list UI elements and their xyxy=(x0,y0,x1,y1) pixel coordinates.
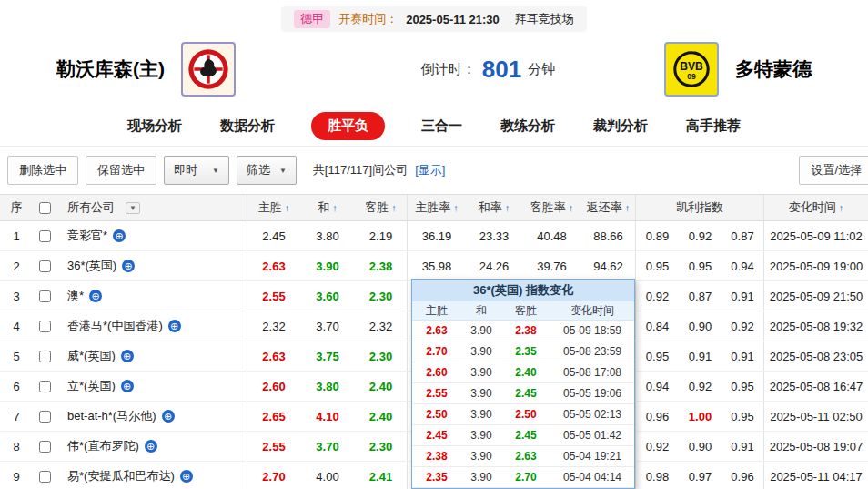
row-checkbox[interactable] xyxy=(39,381,51,392)
header-company[interactable]: 所有公司 ▼ xyxy=(56,195,247,220)
tab-data-analysis[interactable]: 数据分析 xyxy=(218,113,277,139)
row-checkbox[interactable] xyxy=(39,260,51,272)
sort-up-icon: ↑ xyxy=(332,202,338,213)
company-name: bet-at-h*(马尔他) xyxy=(67,408,156,424)
header-away-rate-label: 客胜率 xyxy=(530,199,566,216)
company-count: 共[117/117]间公司 xyxy=(313,162,408,178)
change-time: 2025-05-11 02:50 xyxy=(764,402,868,431)
popup-history-row: 2.453.902.4505-05 01:42 xyxy=(412,425,634,446)
match-odds-page: 德甲 开赛时间： 2025-05-11 21:30 拜耳竞技场 勒沃库森(主) … xyxy=(0,0,868,489)
row-checkbox-cell xyxy=(33,221,56,250)
row-checkbox[interactable] xyxy=(39,441,51,453)
time-filter-label: 即时 xyxy=(174,162,197,178)
tab-coach-analysis[interactable]: 教练分析 xyxy=(499,113,557,139)
popup-change-time: 05-04 19:21 xyxy=(550,446,634,466)
tab-win-draw-lose[interactable]: 胜平负 xyxy=(311,112,385,140)
popup-draw-odds: 3.90 xyxy=(461,446,501,466)
row-checkbox-cell xyxy=(33,402,56,431)
tab-three-in-one[interactable]: 三合一 xyxy=(419,113,464,139)
popup-home-odds: 2.55 xyxy=(412,383,461,403)
odds-draw: 3.70 xyxy=(300,432,355,461)
kelly-draw: 0.97 xyxy=(679,462,722,489)
header-change-time[interactable]: 变化时间 ↑ xyxy=(764,195,868,220)
row-checkbox[interactable] xyxy=(39,230,51,242)
row-index: 9 xyxy=(0,462,33,489)
popup-history-row: 2.553.902.4505-05 19:06 xyxy=(412,383,634,404)
company-filter-dropdown-icon[interactable]: ▼ xyxy=(126,202,140,214)
match-info-bar-wrap: 德甲 开赛时间： 2025-05-11 21:30 拜耳竞技场 xyxy=(0,0,868,32)
row-checkbox-cell xyxy=(33,432,56,461)
tab-expert-picks[interactable]: 高手推荐 xyxy=(684,113,742,139)
row-checkbox[interactable] xyxy=(39,321,51,332)
popup-history-row: 2.353.902.7005-04 04:14 xyxy=(412,467,634,488)
tab-referee-analysis[interactable]: 裁判分析 xyxy=(591,113,650,139)
company-info-icon[interactable]: ⊕ xyxy=(89,290,102,302)
popup-change-time: 05-08 23:59 xyxy=(550,341,634,362)
company-info-icon[interactable]: ⊕ xyxy=(180,470,193,483)
popup-home-odds: 2.60 xyxy=(412,362,461,382)
company-info-icon[interactable]: ⊕ xyxy=(113,229,126,242)
header-home-odds[interactable]: 主胜 ↑ xyxy=(247,195,300,220)
odds-away: 2.40 xyxy=(355,402,408,431)
popup-column-header: 变化时间 xyxy=(550,301,634,320)
popup-away-odds: 2.63 xyxy=(501,446,550,466)
kelly-home: 0.96 xyxy=(636,402,679,431)
row-checkbox[interactable] xyxy=(39,411,51,423)
popup-home-odds: 2.50 xyxy=(412,404,461,424)
odds-draw: 3.70 xyxy=(300,311,355,341)
odds-draw: 4.00 xyxy=(300,462,355,489)
time-filter-select[interactable]: 即时 ▼ xyxy=(164,156,229,185)
header-away-rate[interactable]: 客胜率 ↑ xyxy=(522,195,581,220)
popup-draw-odds: 3.90 xyxy=(461,383,501,403)
popup-away-odds: 2.38 xyxy=(501,321,550,341)
kelly-home: 0.98 xyxy=(636,462,679,489)
odds-away: 2.19 xyxy=(355,221,408,250)
table-header: 序 所有公司 ▼ 主胜 ↑ 和 ↑ 客胜 ↑ 主胜率 ↑ 和率 ↑ 客胜率 xyxy=(0,194,868,221)
change-time: 2025-05-08 19:07 xyxy=(764,432,868,461)
tab-live-analysis[interactable]: 现场分析 xyxy=(126,113,184,139)
odds-home: 2.63 xyxy=(247,341,300,371)
home-team: 勒沃库森(主) xyxy=(56,42,236,97)
keep-selected-button[interactable]: 保留选中 xyxy=(86,156,156,185)
header-draw-rate[interactable]: 和率 ↑ xyxy=(466,195,522,220)
popup-change-time: 05-05 19:06 xyxy=(550,383,634,403)
company-info-icon[interactable]: ⊕ xyxy=(162,410,175,423)
odds-draw: 3.90 xyxy=(300,251,355,280)
select-all-checkbox[interactable] xyxy=(39,202,51,214)
header-return-rate[interactable]: 返还率 ↑ xyxy=(581,195,636,220)
venue: 拜耳竞技场 xyxy=(515,11,574,27)
header-home-rate[interactable]: 主胜率 ↑ xyxy=(408,195,466,220)
popup-home-odds: 2.38 xyxy=(412,446,461,466)
filter-select[interactable]: 筛选 ▼ xyxy=(237,156,297,185)
popup-away-odds: 2.45 xyxy=(501,383,550,403)
row-checkbox[interactable] xyxy=(39,471,51,483)
header-draw-odds[interactable]: 和 ↑ xyxy=(300,195,355,220)
countdown-label: 倒计时： xyxy=(421,61,476,78)
popup-title: 36*(英国) 指数变化 xyxy=(412,280,634,301)
popup-home-odds: 2.45 xyxy=(412,425,461,445)
company-info-icon[interactable]: ⊕ xyxy=(168,320,181,332)
rate-draw: 24.26 xyxy=(466,251,522,280)
company-info-icon[interactable]: ⊕ xyxy=(121,380,134,392)
company-info-icon[interactable]: ⊕ xyxy=(145,440,157,453)
row-checkbox-cell xyxy=(33,341,56,371)
change-time: 2025-05-09 19:00 xyxy=(764,251,868,280)
table-row: 236*(英国)⊕2.633.902.3835.9824.2639.7694.6… xyxy=(0,251,868,281)
company-name: 香港马*(中国香港) xyxy=(67,318,163,334)
settings-button[interactable]: 设置/选择 xyxy=(799,156,868,185)
show-link[interactable]: [显示] xyxy=(415,162,445,178)
kelly-draw: 0.90 xyxy=(679,311,722,341)
company-name: 竞彩官* xyxy=(67,228,107,244)
delete-selected-button[interactable]: 删除选中 xyxy=(7,156,78,185)
countdown-value: 801 xyxy=(482,57,521,81)
company-info-icon[interactable]: ⊕ xyxy=(122,260,135,272)
row-checkbox[interactable] xyxy=(39,351,51,362)
header-away-odds[interactable]: 客胜 ↑ xyxy=(355,195,408,220)
filter-label: 筛选 xyxy=(247,162,270,178)
row-checkbox[interactable] xyxy=(39,290,51,302)
kelly-home: 0.95 xyxy=(636,251,679,280)
company-info-icon[interactable]: ⊕ xyxy=(121,350,134,362)
kelly-draw: 1.00 xyxy=(679,402,722,431)
row-index: 6 xyxy=(0,372,33,401)
kelly-draw: 0.91 xyxy=(679,341,722,371)
